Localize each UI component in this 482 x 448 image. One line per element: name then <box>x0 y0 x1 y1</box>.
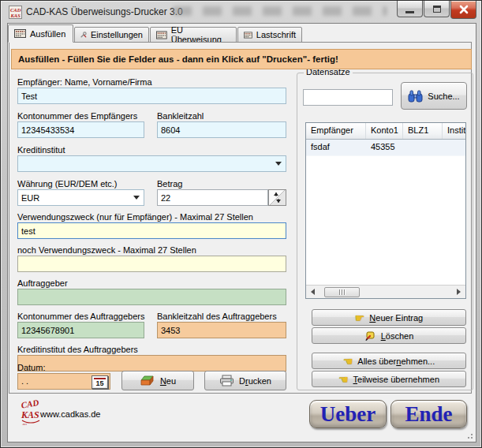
kreditinstitut-auftraggeber-input[interactable] <box>17 355 286 371</box>
minimize-button[interactable] <box>397 1 423 17</box>
scroll-right-button[interactable] <box>452 286 465 299</box>
scroll-left-button[interactable] <box>306 286 319 299</box>
svg-text:KAS: KAS <box>21 409 39 420</box>
calendar-button[interactable]: 15 <box>92 375 108 389</box>
maximize-button[interactable] <box>424 1 450 17</box>
betrag-spinner[interactable] <box>268 189 286 206</box>
records-table[interactable]: Empfänger Konto1 BLZ1 Instit fsdaf 45355 <box>305 122 466 299</box>
titlebar[interactable]: CAD KAS CAD-KAS Überweisungs-Drucker 3.0 <box>1 1 481 23</box>
tab-label: Ausfüllen <box>30 29 65 39</box>
redacted-smudge <box>173 6 387 16</box>
col-konto1[interactable]: Konto1 <box>366 123 403 139</box>
tab-label: Lastschrift <box>256 30 296 39</box>
waehrung-combo[interactable]: EUR <box>17 189 144 206</box>
cadkas-logo: CAD KAS .net <box>21 398 41 426</box>
ueber-label: Ueber <box>320 402 376 427</box>
hand-left-icon: ☚ <box>343 356 353 367</box>
printer-icon <box>219 375 234 386</box>
cell-empfaenger[interactable]: fsdaf <box>306 140 366 155</box>
grip-icon <box>342 289 342 295</box>
betrag-input[interactable] <box>157 189 268 206</box>
teilweise-uebernehmen-label: Teilweise übernehmen <box>353 375 439 384</box>
empfaenger-input[interactable] <box>17 88 286 104</box>
tab-eu-ueberweisung[interactable]: EU Überweisung <box>150 27 237 43</box>
bankleitzahl-label: Bankleitzahl <box>157 111 204 121</box>
col-blz1[interactable]: BLZ1 <box>403 123 443 139</box>
form-icon <box>244 31 252 39</box>
datum-field[interactable]: . . 15 <box>17 373 110 390</box>
table-row[interactable]: fsdaf 45355 <box>306 140 465 156</box>
chevron-down-icon <box>275 162 282 166</box>
neuer-eintrag-label: Neuer Eintrag <box>369 313 423 323</box>
cell-blz1[interactable] <box>403 140 443 155</box>
bankleitzahl-input[interactable] <box>157 121 286 138</box>
alles-uebernehmen-label: Alles übernehmen... <box>357 357 435 366</box>
instruction-banner: Ausfüllen - Füllen Sie die Felder aus - … <box>11 49 472 69</box>
form-icon <box>14 29 26 38</box>
blz-auftraggeber-input[interactable] <box>157 322 286 338</box>
waehrung-label: Währung (EUR/DEM etc.) <box>17 179 118 189</box>
konto-auftraggeber-input[interactable] <box>17 322 144 338</box>
neu-label: Neu <box>160 376 176 386</box>
col-empfaenger[interactable]: Empfänger <box>306 123 366 139</box>
tab-lastschrift[interactable]: Lastschrift <box>237 27 302 43</box>
horizontal-scrollbar[interactable] <box>306 285 465 298</box>
verwendungszweck1-label: Verwendungszweck (nur für Empfänger) - M… <box>17 212 253 222</box>
konto-empfaenger-input[interactable] <box>17 121 144 138</box>
datum-label: Datum: <box>17 363 45 372</box>
resize-grip[interactable] <box>467 433 473 439</box>
calendar-icon: 15 <box>94 378 105 387</box>
eraser-icon <box>140 375 155 386</box>
blz-auftraggeber-label: Bankleitzahl des Auftraggebers <box>157 312 277 321</box>
minimize-icon <box>405 11 414 13</box>
kreditinstitut-combo[interactable] <box>17 155 286 172</box>
cell-konto1[interactable]: 45355 <box>366 140 403 155</box>
window-title: CAD-KAS Überweisungs-Drucker 3.0 <box>26 6 183 17</box>
binoculars-icon <box>408 90 423 103</box>
app-logo-icon: CAD KAS <box>9 6 22 19</box>
kreditinstitut-auftraggeber-label: Kreditinstitut des Auftraggebers <box>17 345 138 354</box>
drucken-label: Drucken <box>239 376 271 386</box>
ende-button[interactable]: Ende <box>390 400 467 428</box>
ueber-button[interactable]: Ueber <box>309 400 387 428</box>
verwendungszweck1-input[interactable] <box>17 222 286 239</box>
suche-button[interactable]: Suche... <box>401 82 467 110</box>
svg-text:.net: .net <box>22 422 28 426</box>
tab-ausfuellen[interactable]: Ausfüllen <box>8 24 73 43</box>
drucken-button[interactable]: Drucken <box>204 371 286 390</box>
konto-auftraggeber-label: Kontonummer des Auftraggebers <box>17 312 144 321</box>
ende-label: Ende <box>405 402 452 427</box>
betrag-label: Betrag <box>157 179 182 189</box>
arrow-left-icon <box>311 289 315 295</box>
search-input[interactable] <box>303 89 393 106</box>
up-down-icon <box>269 190 286 205</box>
settings-icon <box>80 29 87 40</box>
app-window: CAD KAS CAD-KAS Überweisungs-Drucker 3.0… <box>0 0 482 448</box>
client-area: Ausfüllen Einstellungen EU Überweisung <box>7 23 476 442</box>
form-icon <box>156 31 167 39</box>
tab-einstellungen[interactable]: Einstellungen <box>74 27 149 43</box>
maximize-icon <box>433 6 441 13</box>
svg-text:KAS: KAS <box>10 13 21 18</box>
loeschen-label: Löschen <box>381 331 414 341</box>
empfaenger-label: Empfänger: Name, Vorname/Firma <box>17 77 152 87</box>
table-header[interactable]: Empfänger Konto1 BLZ1 Instit <box>306 123 465 140</box>
scrollbar-thumb[interactable] <box>324 287 360 297</box>
auftraggeber-input[interactable] <box>17 289 286 305</box>
neu-button[interactable]: Neu <box>121 371 194 390</box>
alles-uebernehmen-button[interactable]: ☚ Alles übernehmen... <box>312 353 466 369</box>
loeschen-button[interactable]: Löschen <box>312 327 466 344</box>
teilweise-uebernehmen-button[interactable]: ☚ Teilweise übernehmen <box>312 371 466 387</box>
website-link[interactable]: www.cadkas.de <box>40 409 100 419</box>
neuer-eintrag-button[interactable]: ☛ Neuer Eintrag <box>312 309 466 326</box>
verwendungszweck2-input[interactable] <box>17 256 286 272</box>
pencil-hand-icon <box>364 330 376 342</box>
col-instit[interactable]: Instit <box>443 123 465 139</box>
grip-icon <box>339 289 340 295</box>
instruction-text: Ausfüllen - Füllen Sie die Felder aus - … <box>18 54 338 64</box>
grip-icon <box>344 289 345 295</box>
kreditinstitut-label: Kreditinstitut <box>17 145 65 155</box>
cell-instit[interactable] <box>443 140 465 155</box>
close-button[interactable] <box>450 1 476 19</box>
arrow-right-icon <box>457 289 461 295</box>
